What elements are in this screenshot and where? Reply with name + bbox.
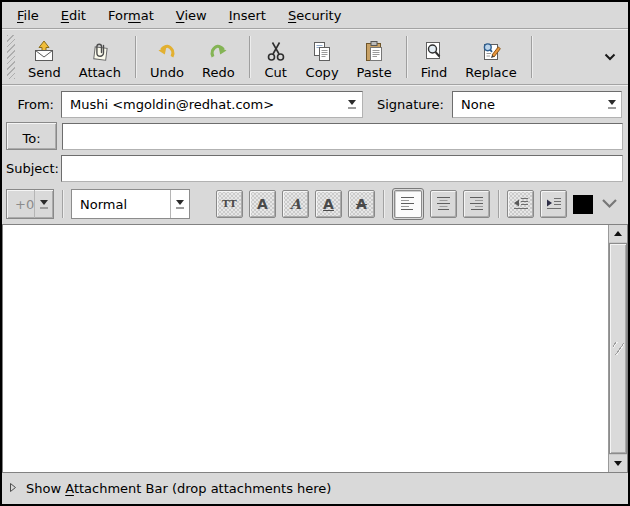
strikethrough-button: A xyxy=(348,190,375,218)
toolbar-separator xyxy=(406,36,407,78)
send-icon xyxy=(32,40,56,64)
copy-button[interactable]: Copy xyxy=(297,32,348,82)
format-toolbar: +0 Normal TT A A A A xyxy=(2,184,628,224)
undo-label: Undo xyxy=(150,65,184,80)
cut-button[interactable]: Cut xyxy=(255,32,297,82)
indent-button[interactable] xyxy=(540,190,567,218)
typewriter-button: TT xyxy=(216,190,243,218)
combo-arrow-icon xyxy=(170,190,189,218)
copy-label: Copy xyxy=(306,65,339,80)
chevron-down-icon xyxy=(601,197,618,212)
attach-icon xyxy=(88,40,112,64)
attachment-bar-toggle[interactable]: Show Attachment Bar (drop attachments he… xyxy=(2,473,628,504)
font-size-select: +0 xyxy=(6,189,54,219)
arrow-down-icon xyxy=(614,461,622,466)
format-separator xyxy=(383,190,384,218)
paragraph-style-select[interactable]: Normal xyxy=(71,189,190,219)
bold-icon: A xyxy=(257,197,268,211)
replace-icon xyxy=(479,40,503,64)
subject-label: Subject: xyxy=(6,161,61,176)
format-separator xyxy=(62,190,63,218)
attach-button[interactable]: Attach xyxy=(70,32,130,82)
toolbar-separator xyxy=(135,36,136,78)
strikethrough-icon: A xyxy=(356,197,367,211)
subject-input[interactable] xyxy=(61,155,623,182)
menu-format[interactable]: Format xyxy=(97,4,165,27)
arrow-up-icon xyxy=(614,231,622,236)
copy-icon xyxy=(310,40,334,64)
menu-edit[interactable]: Edit xyxy=(50,4,97,27)
paste-button[interactable]: Paste xyxy=(348,32,401,82)
cut-icon xyxy=(264,40,288,64)
message-body-area xyxy=(2,224,628,473)
signature-select[interactable]: None xyxy=(452,91,622,118)
header-fields: From: Mushi <mgoldin@redhat.com> Signatu… xyxy=(2,85,628,184)
expander-triangle-icon xyxy=(9,481,17,496)
combo-arrow-icon xyxy=(34,190,53,218)
chevron-down-icon xyxy=(604,49,616,64)
send-button[interactable]: Send xyxy=(19,32,70,82)
from-row: From: Mushi <mgoldin@redhat.com> Signatu… xyxy=(6,90,623,118)
paste-label: Paste xyxy=(357,65,392,80)
bold-button: A xyxy=(249,190,276,218)
signature-value: None xyxy=(461,97,602,112)
menu-file[interactable]: File xyxy=(6,4,50,27)
find-button[interactable]: Find xyxy=(412,32,457,82)
cut-label: Cut xyxy=(264,65,286,80)
align-center-button[interactable] xyxy=(430,190,457,218)
find-icon xyxy=(422,40,446,64)
italic-icon: A xyxy=(290,197,301,211)
toolbar-overflow-button[interactable] xyxy=(600,45,620,68)
align-right-icon xyxy=(469,195,485,214)
signature-label: Signature: xyxy=(363,97,452,112)
menu-view[interactable]: View xyxy=(165,4,218,27)
unindent-button xyxy=(507,190,534,218)
menu-security[interactable]: Security xyxy=(277,4,352,27)
menu-bar: File Edit Format View Insert Security xyxy=(2,2,628,29)
from-label: From: xyxy=(6,97,61,112)
typewriter-icon: TT xyxy=(222,199,237,209)
replace-button[interactable]: Replace xyxy=(456,32,525,82)
align-right-button[interactable] xyxy=(463,190,490,218)
scrollbar-track[interactable] xyxy=(609,242,627,455)
message-body-input[interactable] xyxy=(3,225,608,472)
compose-window: File Edit Format View Insert Security Se… xyxy=(0,0,630,506)
subject-row: Subject: xyxy=(6,154,623,182)
align-left-icon xyxy=(400,195,416,214)
find-label: Find xyxy=(421,65,448,80)
paste-icon xyxy=(362,40,386,64)
grip-icon xyxy=(613,342,624,355)
toolbar-separator xyxy=(531,36,532,78)
vertical-scrollbar[interactable] xyxy=(608,225,627,472)
toolbar-drag-handle[interactable] xyxy=(7,35,15,79)
replace-label: Replace xyxy=(465,65,516,80)
to-button[interactable]: To: xyxy=(6,122,57,150)
italic-button: A xyxy=(282,190,309,218)
scrollbar-thumb[interactable] xyxy=(609,243,627,454)
paragraph-style-value: Normal xyxy=(72,190,170,218)
send-label: Send xyxy=(28,65,61,80)
undo-icon xyxy=(155,40,179,64)
menu-insert[interactable]: Insert xyxy=(218,4,277,27)
font-color-swatch[interactable] xyxy=(573,195,593,214)
scroll-up-button[interactable] xyxy=(609,225,627,242)
indent-icon xyxy=(546,195,562,214)
underline-button: A xyxy=(315,190,342,218)
from-select[interactable]: Mushi <mgoldin@redhat.com> xyxy=(61,91,363,118)
format-separator xyxy=(498,190,499,218)
scroll-down-button[interactable] xyxy=(609,455,627,472)
unindent-icon xyxy=(513,195,529,214)
toolbar-separator xyxy=(249,36,250,78)
font-size-value: +0 xyxy=(7,190,34,218)
to-row: To: xyxy=(6,122,623,150)
redo-button[interactable]: Redo xyxy=(193,32,244,82)
format-overflow-button[interactable] xyxy=(599,195,620,214)
main-toolbar: Send Attach Undo xyxy=(2,29,628,85)
align-left-button[interactable] xyxy=(394,190,422,218)
redo-label: Redo xyxy=(202,65,235,80)
align-left-frame xyxy=(392,188,424,220)
menu-format-label: For xyxy=(108,8,128,23)
attach-label: Attach xyxy=(79,65,121,80)
to-input[interactable] xyxy=(62,123,623,150)
undo-button[interactable]: Undo xyxy=(141,32,193,82)
